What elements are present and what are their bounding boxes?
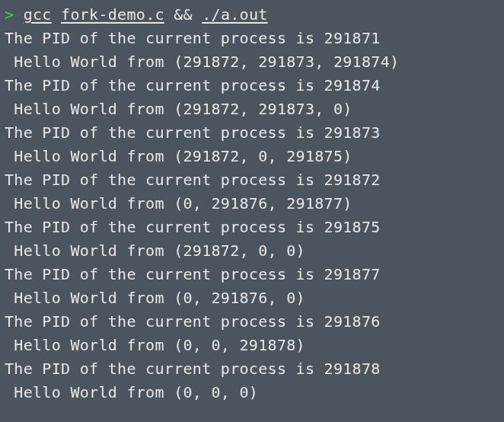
cmd-aout: ./a.out [202, 5, 267, 24]
command-line[interactable]: > gcc fork-demo.c && ./a.out [5, 3, 499, 27]
output-line: Hello World from (0, 0, 0) [5, 381, 499, 404]
shell-prompt: > [5, 5, 24, 24]
output-line: The PID of the current process is 291871 [5, 27, 499, 50]
cmd-and: && [174, 5, 193, 24]
cmd-gcc: gcc [24, 5, 52, 24]
output-line: Hello World from (0, 291876, 291877) [5, 192, 499, 216]
cmd-space [164, 5, 174, 24]
output-line: The PID of the current process is 291873 [5, 121, 499, 145]
output-line: The PID of the current process is 291876 [5, 310, 499, 334]
output-line: The PID of the current process is 291877 [5, 263, 499, 286]
cmd-space [193, 5, 202, 24]
output-line: Hello World from (0, 0, 291878) [5, 334, 499, 357]
cmd-space [52, 5, 61, 24]
output-line: The PID of the current process is 291872 [5, 168, 499, 192]
output-line: The PID of the current process is 291874 [5, 74, 499, 98]
output-line: The PID of the current process is 291878 [5, 357, 499, 381]
output-line: Hello World from (291872, 0, 0) [5, 239, 499, 263]
output-line: Hello World from (291872, 291873, 0) [5, 98, 499, 121]
output-line: Hello World from (0, 291876, 0) [5, 286, 499, 310]
output-line: Hello World from (291872, 291873, 291874… [5, 50, 499, 74]
cmd-filename: fork-demo.c [61, 5, 164, 24]
output-line: Hello World from (291872, 0, 291875) [5, 145, 499, 168]
output-line: The PID of the current process is 291875 [5, 216, 499, 239]
